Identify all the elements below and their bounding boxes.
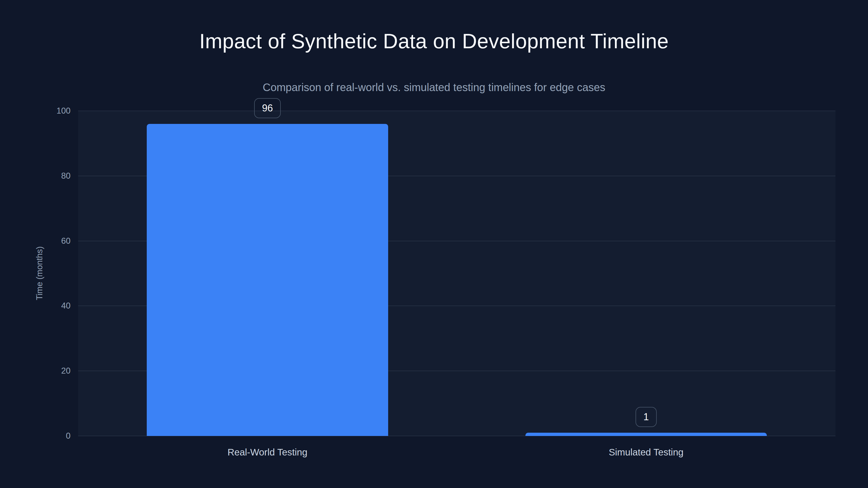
y-tick-label-40: 40 xyxy=(30,301,70,310)
y-tick-label-80: 80 xyxy=(30,172,70,180)
y-tick-label-60: 60 xyxy=(30,237,70,245)
y-tick-label-100: 100 xyxy=(30,106,70,115)
chart-page: Impact of Synthetic Data on Development … xyxy=(0,0,868,488)
x-tick-label-simulated-testing: Simulated Testing xyxy=(609,447,684,458)
value-badge-simulated-testing: 1 xyxy=(636,407,657,427)
y-axis-label: Time (months) xyxy=(35,247,44,300)
bar-real-world-testing xyxy=(147,124,388,436)
y-tick-label-0: 0 xyxy=(30,432,70,440)
chart-title: Impact of Synthetic Data on Development … xyxy=(0,29,868,53)
bar-simulated-testing xyxy=(525,433,767,436)
x-tick-label-real-world-testing: Real-World Testing xyxy=(227,447,307,458)
value-badge-real-world-testing: 96 xyxy=(254,98,281,118)
y-tick-label-20: 20 xyxy=(30,366,70,375)
gridline-y-100 xyxy=(78,110,835,111)
chart-subtitle: Comparison of real-world vs. simulated t… xyxy=(0,82,868,94)
